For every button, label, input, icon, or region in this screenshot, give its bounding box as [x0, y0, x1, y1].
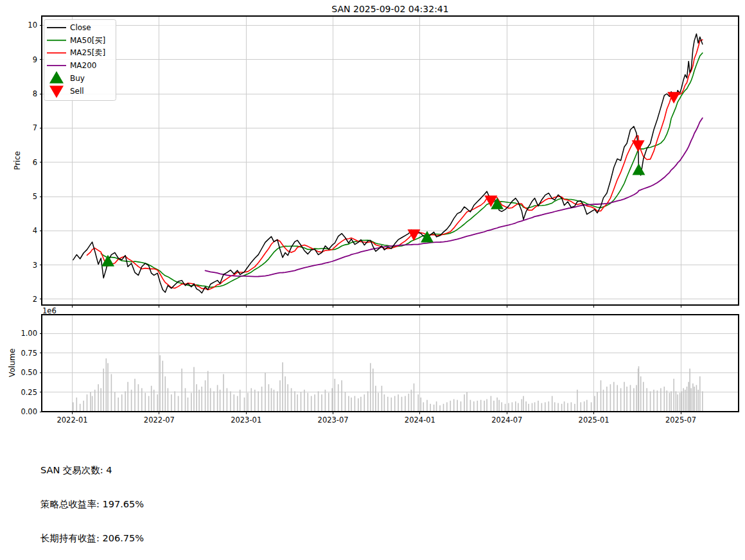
volume-bar — [111, 374, 112, 412]
volume-bar — [613, 382, 615, 412]
price-tick-label: 2 — [33, 295, 37, 304]
x-tick-label: 2025-01 — [579, 416, 609, 424]
volume-bar — [677, 394, 678, 412]
volume-bar — [522, 399, 523, 412]
volume-bar — [670, 391, 672, 412]
volume-bar — [331, 388, 333, 412]
volume-bar — [532, 403, 533, 412]
volume-bar — [430, 404, 431, 412]
price-tick-label: 9 — [33, 55, 37, 64]
volume-bar — [196, 384, 197, 412]
volume-bar — [98, 384, 99, 412]
volume-bar — [191, 393, 192, 412]
volume-bar — [610, 384, 611, 412]
volume-bar — [227, 388, 228, 412]
volume-bar — [591, 402, 592, 412]
volume-bar — [387, 397, 389, 412]
grid-lines — [42, 16, 739, 412]
ma50-line — [101, 53, 703, 287]
volume-bar — [265, 372, 266, 412]
trade-count-line: SAN 交易次数: 4 — [40, 465, 333, 477]
volume-bar — [165, 376, 166, 412]
volume-bar — [308, 393, 309, 412]
volume-bar — [328, 393, 329, 412]
buy-marker — [632, 163, 645, 175]
volume-bar — [528, 404, 529, 412]
volume-bar — [304, 390, 305, 412]
volume-bar — [538, 401, 539, 412]
volume-bar — [586, 400, 588, 412]
volume-bar — [436, 401, 437, 412]
volume-bar — [405, 396, 406, 412]
x-tick-label: 2022-07 — [144, 416, 175, 424]
volume-bar — [394, 396, 396, 412]
volume-bar — [213, 391, 215, 412]
volume-bar — [285, 376, 286, 412]
volume-bar — [464, 394, 465, 412]
volume-bar — [159, 355, 161, 412]
volume-bar — [557, 403, 559, 412]
legend-label: MA50[买] — [70, 36, 105, 45]
volume-bar — [247, 393, 249, 412]
volume-bar — [127, 382, 128, 412]
volume-bar — [541, 403, 543, 412]
volume-bar — [220, 390, 221, 412]
volume-bar — [188, 398, 189, 412]
volume-bar — [664, 387, 665, 412]
volume-bar — [525, 401, 527, 412]
volume-bar — [443, 404, 444, 412]
volume-bar — [423, 402, 425, 412]
volume-bar — [345, 392, 346, 412]
volume-bar — [107, 363, 109, 412]
volume-bar — [141, 388, 143, 412]
volume-bar — [153, 390, 155, 412]
volume-bar — [391, 398, 392, 412]
tick-labels: 2022-012022-072023-012023-072024-012024-… — [21, 21, 696, 424]
volume-bar — [694, 387, 695, 412]
volume-bar — [338, 384, 339, 412]
volume-bar — [630, 385, 631, 412]
volume-bar — [271, 388, 272, 412]
volume-bar — [370, 363, 371, 412]
volume-bar — [450, 401, 451, 412]
price-tick-label: 3 — [33, 261, 37, 270]
volume-bar — [633, 388, 635, 412]
legend-label: Close — [70, 23, 91, 32]
volume-bar — [348, 396, 349, 412]
volume-bar — [498, 400, 500, 412]
volume-bar — [681, 391, 683, 412]
x-tick-label: 2022-01 — [57, 416, 87, 424]
volume-bar — [508, 403, 509, 412]
volume-bar — [581, 402, 582, 412]
volume-tick-label: 0.50 — [21, 368, 37, 377]
volume-bars — [73, 355, 703, 412]
x-tick-label: 2023-01 — [231, 416, 261, 424]
volume-bar — [258, 391, 259, 412]
volume-offset-label: 1e6 — [42, 306, 57, 315]
volume-bar — [606, 387, 608, 412]
ma200-line — [206, 118, 703, 277]
volume-bar — [515, 401, 516, 412]
volume-bar — [301, 392, 302, 412]
volume-bar — [207, 371, 209, 412]
volume-bar — [626, 387, 627, 412]
volume-bar — [646, 388, 647, 412]
volume-bar — [244, 398, 245, 412]
volume-bar — [414, 383, 415, 412]
legend-label: MA25[卖] — [70, 48, 105, 57]
volume-bar — [685, 390, 686, 412]
legend-label: MA200 — [70, 61, 96, 70]
volume-bar — [83, 401, 84, 412]
volume-bar — [584, 401, 585, 412]
volume-bar — [251, 388, 252, 412]
volume-bar — [690, 388, 692, 412]
volume-bar — [636, 385, 637, 412]
volume-bar — [561, 404, 563, 412]
signal-markers — [101, 92, 680, 266]
volume-bar — [638, 366, 640, 412]
sell-marker — [407, 229, 420, 241]
volume-bar — [493, 401, 495, 412]
volume-bar — [660, 388, 662, 412]
volume-bar — [100, 388, 101, 412]
volume-bar — [341, 380, 342, 412]
